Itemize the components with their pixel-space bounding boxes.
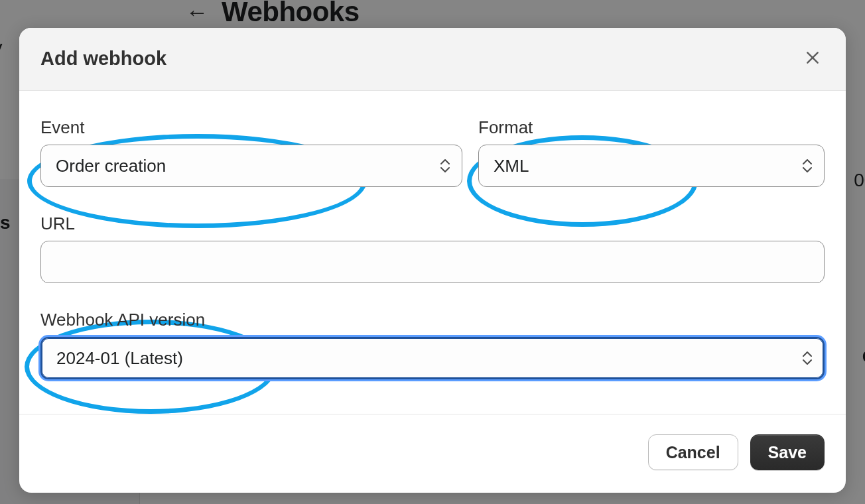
api-version-select-value: 2024-01 (Latest): [56, 348, 183, 369]
field-url: URL: [40, 214, 825, 283]
modal-title: Add webhook: [40, 48, 166, 70]
url-label: URL: [40, 214, 825, 234]
field-event: Event Order creation: [40, 117, 462, 187]
cancel-button[interactable]: Cancel: [648, 434, 738, 470]
field-format: Format XML: [478, 117, 825, 187]
close-button[interactable]: [801, 46, 825, 70]
add-webhook-modal: Add webhook Event Order creation: [19, 28, 846, 493]
format-select-value: XML: [494, 156, 529, 176]
close-icon: [805, 50, 820, 67]
event-label: Event: [40, 117, 462, 138]
modal-footer: Cancel Save: [19, 414, 846, 493]
modal-header: Add webhook: [19, 28, 846, 91]
url-input[interactable]: [40, 241, 825, 283]
event-select[interactable]: Order creation: [40, 145, 462, 187]
save-button[interactable]: Save: [750, 434, 825, 470]
format-select[interactable]: XML: [478, 145, 825, 187]
api-version-label: Webhook API version: [40, 310, 825, 330]
event-select-value: Order creation: [56, 156, 166, 176]
api-version-select-wrap: 2024-01 (Latest): [40, 337, 825, 379]
format-select-wrap: XML: [478, 145, 825, 187]
format-label: Format: [478, 117, 825, 138]
url-input-wrap: [40, 241, 825, 283]
event-select-wrap: Order creation: [40, 145, 462, 187]
modal-body: Event Order creation Format XML: [19, 91, 846, 414]
cancel-button-label: Cancel: [666, 443, 720, 462]
save-button-label: Save: [768, 443, 807, 462]
row-event-format: Event Order creation Format XML: [40, 117, 825, 187]
field-api-version: Webhook API version 2024-01 (Latest): [40, 310, 825, 379]
api-version-select[interactable]: 2024-01 (Latest): [40, 337, 825, 379]
